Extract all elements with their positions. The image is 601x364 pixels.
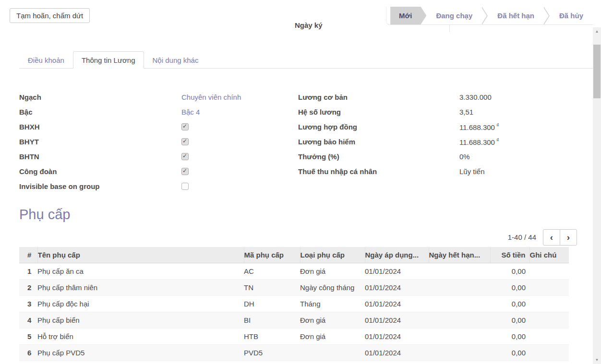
cell-amount: 0,00 <box>490 344 529 361</box>
checkbox[interactable] <box>181 183 189 190</box>
checkbox[interactable] <box>181 138 189 145</box>
table-header-row: # Tên phụ cấp Mã phụ cấp Loại phụ cấp Ng… <box>19 247 569 263</box>
column-header[interactable]: Ngày hết hạn... <box>429 247 490 263</box>
suspend-terminate-button[interactable]: Tạm hoãn, chấm dứt <box>10 8 90 23</box>
cell-amount: 0,00 <box>490 328 529 344</box>
field-link-value[interactable]: Bậc 4 <box>181 108 200 116</box>
tab-label: Thông tin Lương <box>82 56 135 64</box>
field-value: 11.688.300₫ <box>459 122 499 131</box>
checkbox[interactable] <box>181 153 189 160</box>
column-header[interactable]: Loại phụ cấp <box>300 247 365 263</box>
topbar: Tạm hoãn, chấm dứt Ngày ký Mới Đang chạy… <box>0 0 601 27</box>
allowance-table: # Tên phụ cấp Mã phụ cấp Loại phụ cấp Ng… <box>19 247 569 361</box>
cell-index: 1 <box>19 263 37 279</box>
vertical-scrollbar[interactable]: ▲ ▼ <box>593 27 601 364</box>
cell-start-date: 01/01/2024 <box>365 312 429 328</box>
cell-type <box>300 344 365 361</box>
column-header[interactable]: Mã phụ cấp <box>244 247 300 263</box>
cell-type: Tháng <box>300 295 365 312</box>
field-label: Lương cơ bản <box>298 93 459 101</box>
cell-type: Đơn giá <box>300 263 365 279</box>
scroll-down-icon[interactable]: ▼ <box>593 356 601 364</box>
cell-end-date <box>429 279 490 295</box>
field-label: Thưởng (%) <box>298 153 459 161</box>
cell-name: Phụ cấp độc hại <box>37 295 244 312</box>
form-field-row: BHTN <box>19 149 298 164</box>
form-field-row: BHYT <box>19 134 298 149</box>
form-field-row: Ngạch Chuyên viên chính <box>19 90 298 105</box>
currency-symbol: ₫ <box>496 122 499 128</box>
status-step[interactable]: Đã hủy <box>544 7 593 24</box>
cell-index: 5 <box>19 328 37 344</box>
checkbox[interactable] <box>181 168 189 175</box>
cell-code: TN <box>244 279 300 295</box>
form-field-row: Lương cơ bản 3.330.000 <box>298 90 577 105</box>
field-value: 3,51 <box>459 108 473 116</box>
cell-name: Hỗ trợ biển <box>37 328 244 344</box>
cell-amount: 0,00 <box>490 295 529 312</box>
cell-index: 3 <box>19 295 37 312</box>
cell-start-date: 01/01/2024 <box>365 344 429 361</box>
field-label: Bậc <box>19 108 181 116</box>
status-step[interactable]: Mới <box>390 7 426 24</box>
cell-index: 2 <box>19 279 37 295</box>
status-step-label: Đã hết hạn <box>497 12 534 20</box>
status-step[interactable]: Đã hết hạn <box>482 7 544 24</box>
field-value: 0% <box>459 153 470 161</box>
field-label: BHXH <box>19 123 181 131</box>
scrollbar-thumb[interactable] <box>593 45 601 98</box>
scroll-up-icon[interactable]: ▲ <box>593 27 601 35</box>
cell-type: Đơn giá <box>300 312 365 328</box>
tab-label: Nội dung khác <box>153 56 199 64</box>
field-label: Hệ số lương <box>298 108 459 116</box>
field-label: Thuế thu nhập cá nhân <box>298 167 459 176</box>
pager: 1-40 / 44 ‹ › <box>0 229 577 246</box>
cell-end-date <box>429 344 490 361</box>
cell-note <box>529 263 569 279</box>
cell-start-date: 01/01/2024 <box>365 263 429 279</box>
status-step-label: Đang chạy <box>436 12 472 20</box>
table-row[interactable]: 2 Phụ cấp thâm niên TN Ngày công tháng 0… <box>19 279 569 295</box>
field-label: Lương bảo hiểm <box>298 138 459 146</box>
cell-note <box>529 344 569 361</box>
field-link-value[interactable]: Chuyên viên chính <box>181 93 241 101</box>
notebook-tab[interactable]: Nội dung khác <box>144 51 207 69</box>
pager-buttons: ‹ › <box>543 229 577 246</box>
table-row[interactable]: 1 Phụ cấp ăn ca AC Đơn giá 01/01/2024 0,… <box>19 263 569 279</box>
cell-amount: 0,00 <box>490 312 529 328</box>
cell-note <box>529 295 569 312</box>
column-header[interactable]: Ngày áp dụng... <box>365 247 429 263</box>
column-header[interactable]: # <box>19 247 37 263</box>
table-row[interactable]: 6 Phụ cấp PVD5 PVD5 01/01/2024 0,00 <box>19 344 569 361</box>
field-label: Ngạch <box>19 93 181 101</box>
notebook-tabs: Điều khoản Thông tin Lương Nội dung khác <box>19 51 593 69</box>
notebook-tab[interactable]: Điều khoản <box>19 51 73 69</box>
cell-end-date <box>429 263 490 279</box>
allowance-section-title: Phụ cấp <box>19 206 601 223</box>
status-step-label: Mới <box>399 12 412 20</box>
cell-end-date <box>429 312 490 328</box>
field-label: BHTN <box>19 153 181 161</box>
column-header[interactable]: Số tiền <box>490 247 529 263</box>
checkbox[interactable] <box>181 123 189 130</box>
cell-name: Phụ cấp biển <box>37 312 244 328</box>
cell-index: 4 <box>19 312 37 328</box>
pager-next-button[interactable]: › <box>560 229 577 246</box>
field-value: Lũy tiến <box>459 167 485 176</box>
form-field-row: BHXH <box>19 119 298 134</box>
status-step[interactable]: Đang chạy <box>426 7 482 24</box>
pager-prev-button[interactable]: ‹ <box>543 229 560 246</box>
pager-range: 1-40 / 44 <box>508 233 536 241</box>
cell-code: BI <box>244 312 300 328</box>
chevron-left-icon: ‹ <box>550 232 553 242</box>
column-header[interactable]: Tên phụ cấp <box>37 247 244 263</box>
form-left-column: Ngạch Chuyên viên chính Bậc Bậc 4 BHXH B… <box>19 90 298 194</box>
notebook-tab[interactable]: Thông tin Lương <box>73 51 144 69</box>
table-row[interactable]: 4 Phụ cấp biển BI Đơn giá 01/01/2024 0,0… <box>19 312 569 328</box>
currency-symbol: ₫ <box>496 137 499 143</box>
column-header[interactable]: Ghi chú <box>529 247 569 263</box>
cell-name: Phụ cấp thâm niên <box>37 279 244 295</box>
table-row[interactable]: 3 Phụ cấp độc hại DH Tháng 01/01/2024 0,… <box>19 295 569 312</box>
field-label: Invisible base on group <box>19 182 181 190</box>
table-row[interactable]: 5 Hỗ trợ biển HTB Đơn giá 01/01/2024 0,0… <box>19 328 569 344</box>
